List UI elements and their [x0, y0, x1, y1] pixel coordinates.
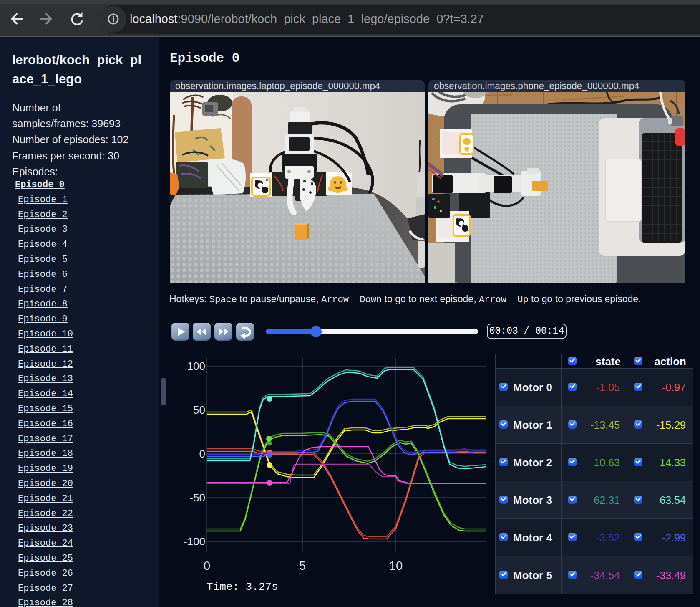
svg-text:0: 0 [199, 448, 205, 460]
svg-text:0: 0 [204, 559, 210, 572]
svg-text:100: 100 [187, 360, 205, 372]
svg-text:-100: -100 [184, 535, 205, 548]
svg-text:Time: 3.27s: Time: 3.27s [206, 581, 278, 593]
svg-text:5: 5 [299, 559, 306, 572]
svg-text:50: 50 [193, 404, 205, 416]
svg-text:10: 10 [389, 559, 403, 572]
svg-text:-50: -50 [189, 491, 205, 504]
